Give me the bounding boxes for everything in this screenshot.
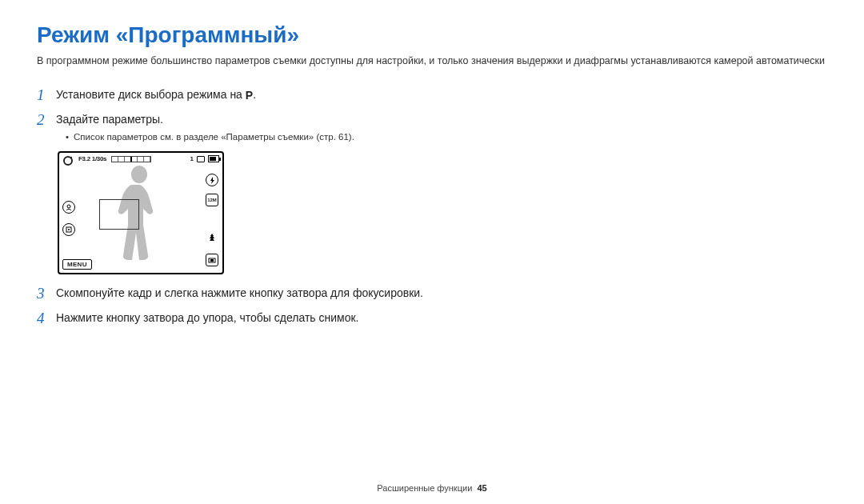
step-number: 4 bbox=[37, 310, 56, 327]
step-text: Скомпонуйте кадр и слегка нажмите кнопку… bbox=[56, 286, 423, 302]
step-3: 3 Скомпонуйте кадр и слегка нажмите кноп… bbox=[37, 286, 453, 302]
page-number: 45 bbox=[477, 483, 486, 493]
step-text: Нажмите кнопку затвора до упора, чтобы с… bbox=[56, 310, 358, 327]
stabilizer-icon bbox=[206, 232, 218, 246]
ev-scale-icon bbox=[111, 156, 151, 162]
step-text: Установите диск выбора режима на bbox=[56, 88, 246, 101]
battery-icon bbox=[208, 155, 219, 162]
step-number: 2 bbox=[37, 112, 56, 144]
step-1: 1 Установите диск выбора режима на P. bbox=[37, 87, 453, 104]
step-4: 4 Нажмите кнопку затвора до упора, чтобы… bbox=[37, 310, 453, 327]
exposure-readout: F3.2 1/30s bbox=[78, 155, 106, 162]
intro-text: В программном режиме большинство парамет… bbox=[37, 54, 827, 68]
svg-rect-6 bbox=[210, 259, 214, 262]
mode-p-icon: P bbox=[246, 88, 253, 104]
lcd-left-icons bbox=[62, 201, 75, 236]
drive-single-icon bbox=[197, 156, 205, 162]
shot-counter: 1 bbox=[190, 155, 194, 162]
quality-icon bbox=[206, 254, 218, 266]
lcd-right-icons: 12M bbox=[206, 174, 218, 266]
metering-icon bbox=[62, 223, 75, 236]
face-detect-icon bbox=[62, 201, 75, 214]
footer-section: Расширенные функции bbox=[377, 483, 472, 493]
step-2: 2 Задайте параметры. Список параметров с… bbox=[37, 112, 453, 144]
page-footer: Расширенные функции 45 bbox=[0, 483, 864, 493]
camera-lcd-figure: F3.2 1/30s 1 12M bbox=[58, 151, 224, 274]
step-text-tail: . bbox=[253, 88, 256, 101]
step-number: 1 bbox=[37, 87, 56, 104]
step-number: 3 bbox=[37, 286, 56, 302]
lcd-top-bar: F3.2 1/30s 1 bbox=[62, 155, 219, 162]
image-size-icon: 12M bbox=[206, 194, 218, 206]
focus-frame-icon bbox=[99, 199, 139, 230]
page-title: Режим «Программный» bbox=[37, 22, 827, 48]
step-sublist-item: Список параметров см. в разделе «Парамет… bbox=[66, 130, 354, 143]
svg-point-2 bbox=[67, 205, 70, 208]
svg-point-4 bbox=[68, 229, 70, 230]
flash-auto-icon bbox=[206, 174, 218, 186]
step-text: Задайте параметры. bbox=[56, 112, 354, 128]
menu-button-icon: MENU bbox=[62, 259, 92, 270]
step-list: 1 Установите диск выбора режима на P. 2 … bbox=[37, 87, 453, 327]
